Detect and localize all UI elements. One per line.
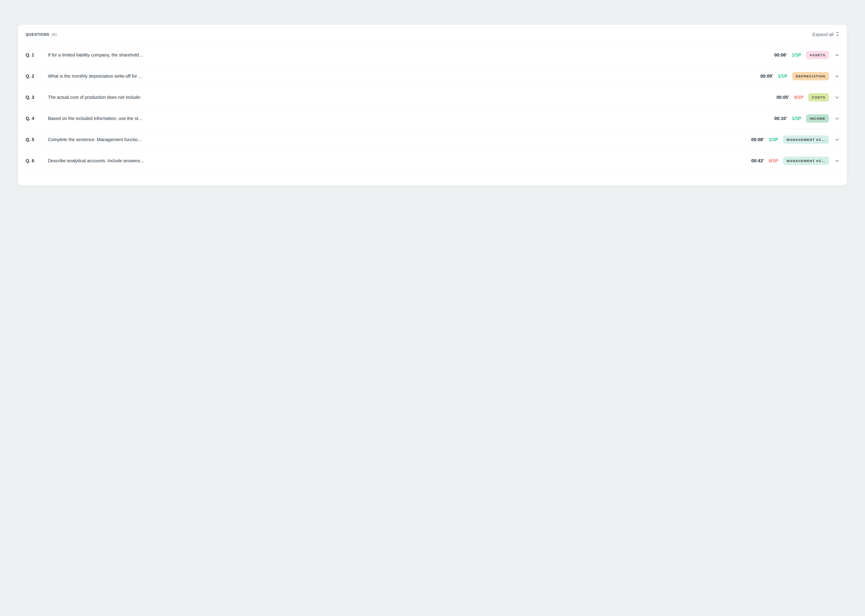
question-number: Q. 5 [26, 137, 41, 142]
question-time: 00:09' [760, 74, 773, 79]
panel-header: QUESTIONS (6) Expand all [18, 25, 847, 44]
question-text: Describe analytical accounts. Include an… [48, 158, 751, 163]
question-time: 00:10' [774, 116, 787, 121]
divider [41, 115, 42, 122]
question-number: Q. 1 [26, 52, 41, 58]
expand-all-label: Expand all [813, 32, 833, 37]
question-text: Based on the included information, use t… [48, 116, 774, 121]
chevron-down-icon[interactable] [835, 159, 839, 163]
question-row[interactable]: Q. 1If for a limited liability company, … [18, 44, 847, 66]
section-count: (6) [52, 33, 57, 36]
question-row[interactable]: Q. 4Based on the included information, u… [18, 108, 847, 129]
question-score: 1/1P [769, 137, 778, 142]
chevron-down-icon[interactable] [835, 74, 839, 79]
category-tag: MANAGEMENT AC… [783, 157, 829, 165]
question-score: 1/1P [792, 52, 801, 58]
question-number: Q. 3 [26, 95, 41, 100]
question-number: Q. 4 [26, 116, 41, 121]
question-score: 1/1P [778, 74, 787, 79]
question-number: Q. 2 [26, 74, 41, 79]
chevron-down-icon[interactable] [835, 53, 839, 57]
question-row[interactable]: Q. 3The actual cost of production does n… [18, 87, 847, 108]
divider [41, 136, 42, 143]
question-text: If for a limited liability company, the … [48, 52, 774, 58]
category-tag: COSTS [808, 93, 829, 102]
section-title-wrap: QUESTIONS (6) [26, 33, 57, 37]
category-tag: ASSETS [806, 51, 829, 59]
category-tag: INCOME [806, 114, 829, 123]
expand-all-button[interactable]: Expand all [813, 31, 839, 38]
question-time: 00:06' [774, 52, 787, 58]
question-score: 0/1P [769, 158, 778, 163]
question-text: Complete the sentence: Management functi… [48, 137, 751, 142]
question-time: 00:08' [751, 137, 764, 142]
question-row[interactable]: Q. 2What is the monthly depreciation wri… [18, 66, 847, 87]
chevron-down-icon[interactable] [835, 95, 839, 100]
expand-collapse-icon [836, 31, 839, 38]
question-row[interactable]: Q. 6Describe analytical accounts. Includ… [18, 150, 847, 171]
question-time: 00:43' [751, 158, 764, 163]
divider [41, 94, 42, 101]
category-tag: DEPRECIATION [792, 72, 829, 80]
question-list: Q. 1If for a limited liability company, … [18, 44, 847, 171]
chevron-down-icon[interactable] [835, 116, 839, 121]
question-score: 0/1P [794, 95, 803, 100]
divider [41, 157, 42, 165]
questions-panel: QUESTIONS (6) Expand all Q. 1If for a li… [18, 25, 847, 185]
divider [41, 52, 42, 59]
question-number: Q. 6 [26, 158, 41, 163]
question-score: 1/1P [792, 116, 801, 121]
divider [41, 73, 42, 80]
question-text: The actual cost of production does not i… [48, 95, 777, 100]
panel-footer [18, 171, 847, 185]
question-text: What is the monthly depreciation write-o… [48, 74, 760, 79]
question-time: 00:05' [777, 95, 789, 100]
section-title: QUESTIONS [26, 33, 49, 36]
question-row[interactable]: Q. 5Complete the sentence: Management fu… [18, 129, 847, 150]
category-tag: MANAGEMENT AC… [783, 135, 829, 144]
chevron-down-icon[interactable] [835, 138, 839, 142]
